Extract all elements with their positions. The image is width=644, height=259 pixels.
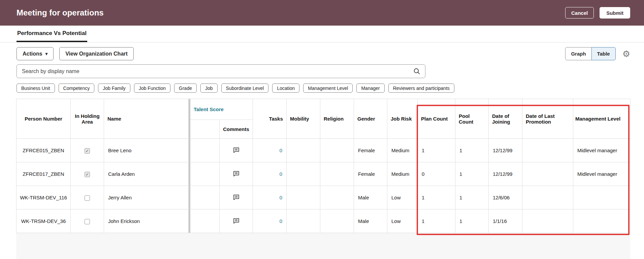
search-icon[interactable]: [413, 68, 420, 75]
filter-chip-job-family[interactable]: Job Family: [98, 84, 130, 93]
cell-date-of-joining: 1/1/16: [489, 209, 522, 233]
cell-talent-score: [190, 209, 220, 233]
in-holding-area-checkbox[interactable]: ✓: [85, 172, 90, 177]
cell-date-of-last-promotion: [522, 162, 573, 186]
cell-tasks: 0: [253, 209, 287, 233]
header-actions: Cancel Submit: [565, 7, 630, 19]
view-org-chart-button[interactable]: View Organization Chart: [59, 47, 134, 60]
filter-chip-business-unit[interactable]: Business Unit: [17, 84, 55, 93]
comments-icon[interactable]: [233, 170, 240, 177]
cell-mobility: [287, 162, 320, 186]
filter-chip-job-function[interactable]: Job Function: [134, 84, 170, 93]
header-mobility[interactable]: Mobility: [287, 99, 320, 139]
cell-comments: [220, 162, 253, 186]
cell-job-risk: Low: [387, 186, 418, 209]
comments-icon[interactable]: [233, 217, 240, 224]
cell-plan-count: 1: [418, 139, 455, 162]
header-date-of-last-promotion[interactable]: Date of Last Promotion: [522, 99, 573, 139]
filter-chip-location[interactable]: Location: [272, 84, 299, 93]
in-holding-area-checkbox[interactable]: [85, 219, 90, 224]
submit-button[interactable]: Submit: [600, 7, 630, 19]
table-row: WK-TRSM-DEV_36John Erickson0MaleLow111/1…: [17, 209, 631, 233]
header-date-of-joining[interactable]: Date of Joining: [489, 99, 522, 139]
header-talent-score-sub: [190, 120, 220, 139]
tasks-link[interactable]: 0: [280, 195, 282, 200]
table-view-button[interactable]: Table: [591, 47, 616, 60]
header-tasks[interactable]: Tasks: [253, 99, 287, 139]
cell-gender: Female: [354, 139, 387, 162]
cell-gender: Male: [354, 186, 387, 209]
header-comments[interactable]: Comments: [220, 120, 253, 139]
header-religion[interactable]: Religion: [320, 99, 354, 139]
page-header: Meeting for operations Cancel Submit: [0, 0, 644, 26]
cell-gender: Female: [354, 162, 387, 186]
cell-pool-count: 1: [455, 162, 489, 186]
cell-talent-score: [190, 139, 220, 162]
toolbar-left: Actions ▾ View Organization Chart: [17, 47, 134, 60]
cell-plan-count: 1: [418, 186, 455, 209]
view-toggle: Graph Table: [565, 47, 615, 60]
cell-tasks: 0: [253, 162, 287, 186]
cell-management-level: Midlevel manager: [573, 162, 631, 186]
cell-in-holding-area: ✓: [71, 162, 104, 186]
cell-job-risk: Low: [387, 209, 418, 233]
actions-menu-label: Actions: [23, 51, 42, 57]
table-row: ZFRCE017_ZBEN✓Carla Arden0FemaleMedium01…: [17, 162, 631, 186]
cell-talent-score: [190, 186, 220, 209]
filter-chip-grade[interactable]: Grade: [174, 84, 197, 93]
table-row: WK-TRSM-DEV_116Jerry Allen0MaleLow1112/6…: [17, 186, 631, 209]
header-pool-count[interactable]: Pool Count: [455, 99, 489, 139]
in-holding-area-checkbox[interactable]: ✓: [85, 148, 90, 154]
cell-comments: [220, 209, 253, 233]
tab-bar: Performance Vs Potential: [0, 26, 644, 42]
cell-management-level: [573, 186, 631, 209]
table-footer-space: [16, 233, 630, 259]
cell-plan-count: 1: [418, 209, 455, 233]
header-in-holding-area[interactable]: In Holding Area: [71, 99, 104, 139]
header-name[interactable]: Name: [104, 99, 189, 139]
actions-menu-button[interactable]: Actions ▾: [17, 47, 54, 60]
cell-religion: [320, 209, 354, 233]
search-bar: [17, 64, 425, 78]
comments-icon[interactable]: [233, 194, 240, 201]
cell-in-holding-area: ✓: [71, 139, 104, 162]
cell-mobility: [287, 209, 320, 233]
cell-job-risk: Medium: [387, 139, 418, 162]
search-input[interactable]: [17, 64, 425, 78]
cancel-button[interactable]: Cancel: [565, 7, 594, 19]
header-gender[interactable]: Gender: [354, 99, 387, 139]
header-management-level[interactable]: Management Level: [573, 99, 631, 139]
tasks-link[interactable]: 0: [280, 148, 282, 153]
filter-chip-manager[interactable]: Manager: [356, 84, 384, 93]
filter-chip-reviewers-and-participants[interactable]: Reviewers and participants: [388, 84, 454, 93]
cell-date-of-joining: 12/6/06: [489, 186, 522, 209]
cell-name: Bree Leno: [104, 139, 189, 162]
filter-chip-job[interactable]: Job: [200, 84, 218, 93]
filter-chips: Business UnitCompetencyJob FamilyJob Fun…: [17, 84, 630, 93]
tasks-link[interactable]: 0: [280, 218, 282, 224]
filter-chip-competency[interactable]: Competency: [59, 84, 95, 93]
cell-in-holding-area: [71, 209, 104, 233]
in-holding-area-checkbox[interactable]: [85, 195, 90, 201]
cell-pool-count: 1: [455, 139, 489, 162]
header-job-risk[interactable]: Job Risk: [387, 99, 418, 139]
cell-gender: Male: [354, 209, 387, 233]
cell-plan-count: 0: [418, 162, 455, 186]
graph-view-button[interactable]: Graph: [565, 47, 591, 60]
cell-person-number: WK-TRSM-DEV_36: [17, 209, 71, 233]
header-talent-score[interactable]: Talent Score: [190, 99, 253, 120]
cell-date-of-last-promotion: [522, 209, 573, 233]
filter-chip-management-level[interactable]: Management Level: [303, 84, 353, 93]
header-person-number[interactable]: Person Number: [17, 99, 71, 139]
header-plan-count[interactable]: Plan Count: [418, 99, 455, 139]
tasks-link[interactable]: 0: [280, 171, 282, 177]
app-root: Meeting for operations Cancel Submit Per…: [0, 0, 644, 259]
gear-icon[interactable]: ⚙: [622, 50, 630, 58]
filter-chip-subordinate-level[interactable]: Subordinate Level: [221, 84, 269, 93]
comments-icon[interactable]: [233, 147, 240, 154]
cell-comments: [220, 139, 253, 162]
cell-comments: [220, 186, 253, 209]
tab-performance-vs-potential[interactable]: Performance Vs Potential: [17, 26, 87, 42]
cell-religion: [320, 186, 354, 209]
toolbar-right: Graph Table ⚙: [565, 47, 630, 60]
